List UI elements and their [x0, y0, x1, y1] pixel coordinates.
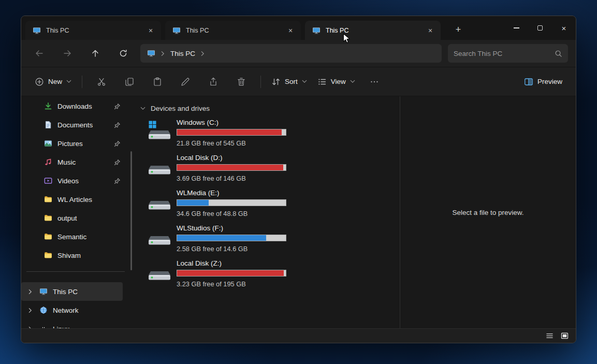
tab-close-icon[interactable]: × [424, 24, 436, 37]
downloads-icon [44, 102, 52, 110]
delete-button[interactable] [231, 72, 252, 91]
chevron-right-icon[interactable] [28, 289, 32, 295]
status-bar [21, 328, 576, 343]
minimize-button[interactable] [504, 16, 528, 40]
chevron-right-icon[interactable] [28, 308, 32, 313]
file-list-area: Devices and drives Windows (C:) 21.8 GB … [133, 96, 400, 328]
drive-usage-fill [177, 200, 209, 206]
close-button[interactable]: × [552, 16, 576, 40]
sidebar-item-linux[interactable]: Linux [21, 319, 133, 328]
new-tab-button[interactable]: + [450, 21, 467, 38]
address-bar[interactable]: This PC [140, 44, 442, 63]
sort-button[interactable]: Sort [266, 72, 312, 91]
drive-usage-bar [177, 129, 286, 136]
sidebar-item-label: This PC [53, 288, 110, 296]
sidebar-item-semantic[interactable]: Semantic [21, 227, 133, 246]
sidebar-item-network[interactable]: Network [21, 301, 133, 319]
breadcrumb[interactable]: This PC [170, 50, 195, 57]
tab-this-pc-2[interactable]: This PC × [165, 21, 301, 40]
sidebar-item-shivam[interactable]: Shivam [21, 246, 133, 265]
search-icon[interactable] [555, 50, 562, 57]
sidebar-item-label: Shivam [57, 252, 121, 259]
paste-button[interactable] [147, 72, 168, 91]
sidebar-item-videos[interactable]: Videos [21, 171, 133, 190]
this-pc-icon [312, 26, 321, 35]
more-options-button[interactable] [364, 72, 385, 91]
explorer-body: Downloads Documents Pictures Music Video [21, 96, 576, 328]
sidebar-item-label: Downloads [57, 103, 109, 110]
sidebar-item-documents[interactable]: Documents [21, 115, 133, 134]
details-view-icon[interactable] [546, 332, 554, 340]
drive-free-space: 3.69 GB free of 146 GB [177, 174, 286, 182]
search-input[interactable] [454, 50, 555, 57]
chevron-right-icon[interactable] [28, 326, 32, 329]
navigation-sidebar: Downloads Documents Pictures Music Video [21, 96, 133, 328]
sidebar-item-pictures[interactable]: Pictures [21, 134, 133, 153]
sidebar-item-label: Documents [57, 121, 109, 129]
maximize-button[interactable] [528, 16, 552, 40]
sidebar-item-output[interactable]: output [21, 209, 133, 227]
navigation-bar: This PC [21, 40, 576, 67]
drive-free-space: 2.58 GB free of 14.6 GB [177, 245, 286, 253]
devices-and-drives-section[interactable]: Devices and drives [139, 101, 400, 115]
tab-this-pc-3-active[interactable]: This PC × [305, 21, 441, 40]
drive-info: Local Disk (Z:) 3.23 GB free of 195 GB [177, 259, 286, 288]
rename-icon [181, 77, 190, 86]
hard-drive-icon [148, 193, 171, 212]
chevron-right-icon[interactable] [161, 51, 165, 56]
view-button[interactable]: View [312, 72, 360, 91]
drive-item-d[interactable]: Local Disk (D:) 3.69 GB free of 146 GB [139, 151, 400, 186]
sidebar-item-music[interactable]: Music [21, 153, 133, 171]
tab-close-icon[interactable]: × [144, 24, 157, 37]
chevron-down-icon[interactable] [140, 107, 145, 110]
tab-close-icon[interactable]: × [284, 24, 297, 37]
drive-item-f[interactable]: WLStudios (F:) 2.58 GB free of 14.6 GB [139, 222, 400, 257]
hard-drive-icon [148, 123, 171, 141]
rename-button[interactable] [175, 72, 196, 91]
linux-icon [39, 325, 48, 328]
sidebar-item-downloads[interactable]: Downloads [21, 97, 133, 115]
sidebar-item-this-pc[interactable]: This PC [21, 282, 123, 301]
drive-item-c[interactable]: Windows (C:) 21.8 GB free of 545 GB [139, 116, 400, 151]
pictures-icon [44, 139, 52, 148]
refresh-button[interactable] [111, 43, 135, 63]
share-button[interactable] [203, 72, 224, 91]
drive-item-z[interactable]: Local Disk (Z:) 3.23 GB free of 195 GB [139, 257, 400, 292]
cut-button[interactable] [91, 72, 112, 91]
drive-free-space: 21.8 GB free of 545 GB [177, 139, 286, 147]
sidebar-item-wl-articles[interactable]: WL Articles [21, 190, 133, 209]
drive-usage-fill [177, 270, 284, 276]
chevron-down-icon [350, 80, 355, 83]
drive-usage-bar [177, 235, 286, 241]
forward-button[interactable] [55, 43, 79, 63]
drive-usage-bar [177, 199, 286, 206]
up-button[interactable] [83, 43, 107, 63]
drive-body-icon [148, 231, 171, 247]
network-icon [39, 306, 48, 314]
folder-icon [44, 251, 52, 259]
copy-button[interactable] [119, 72, 140, 91]
pin-icon [114, 140, 121, 147]
drive-item-e[interactable]: WLMedia (E:) 34.6 GB free of 48.8 GB [139, 186, 400, 222]
preview-pane: Select a file to preview. [400, 96, 576, 328]
sidebar-scrollbar[interactable] [130, 151, 132, 270]
drive-free-space: 34.6 GB free of 48.8 GB [177, 210, 286, 217]
up-icon [91, 49, 100, 58]
sidebar-item-label: Network [53, 307, 121, 314]
large-thumbnails-view-icon[interactable] [561, 332, 569, 340]
hard-drive-icon [148, 228, 171, 247]
back-button[interactable] [27, 43, 51, 63]
folder-icon [44, 214, 52, 222]
new-button[interactable]: New [30, 72, 77, 91]
drive-name: Windows (C:) [177, 119, 286, 126]
windows-logo-icon [149, 121, 156, 128]
this-pc-icon [147, 49, 155, 57]
chevron-right-icon[interactable] [201, 51, 205, 56]
pin-icon [114, 103, 121, 110]
preview-toggle-button[interactable]: Preview [519, 72, 567, 91]
tab-label: This PC [46, 27, 139, 34]
tab-this-pc-1[interactable]: This PC × [25, 21, 161, 40]
sidebar-item-label: Pictures [57, 140, 109, 148]
minimize-icon [514, 27, 519, 28]
drive-name: WLStudios (F:) [177, 224, 286, 232]
